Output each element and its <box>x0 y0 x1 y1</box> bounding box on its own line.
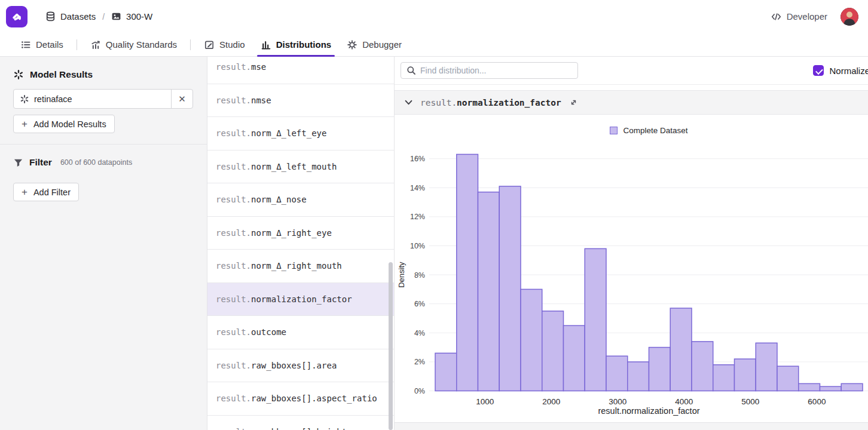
model-icon-small <box>14 94 34 104</box>
field-prefix: result. <box>216 327 251 337</box>
app-logo[interactable] <box>6 6 27 27</box>
plus-icon: + <box>22 119 27 129</box>
add-filter-label: Add Filter <box>33 188 71 197</box>
field-prefix: result. <box>216 294 251 304</box>
field-name: norm_Δ_left_eye <box>251 128 326 138</box>
field-row[interactable]: result.raw_bboxes[].area <box>207 349 394 383</box>
avatar-photo <box>841 8 858 26</box>
find-distribution-placeholder: Find distribution... <box>420 66 487 75</box>
field-row[interactable]: result.raw_bboxes[].aspect_ratio <box>207 382 394 416</box>
legend-label: Complete Dataset <box>623 126 687 135</box>
svg-text:result.normalization_factor: result.normalization_factor <box>598 406 699 416</box>
model-search-input[interactable]: retinaface ✕ <box>13 89 193 109</box>
sidebar: Model Results retinaface <box>0 57 207 430</box>
tab-details-label: Details <box>36 39 63 50</box>
field-list-scrollbar[interactable] <box>389 262 393 430</box>
breadcrumb-datasets[interactable]: Datasets <box>45 11 96 22</box>
field-name: norm_Δ_nose <box>251 195 307 204</box>
tab-studio-label: Studio <box>219 39 245 50</box>
image-icon <box>111 11 121 22</box>
add-filter-button[interactable]: + Add Filter <box>13 183 79 201</box>
field-prefix: result. <box>216 162 251 171</box>
add-model-results-label: Add Model Results <box>33 119 106 129</box>
tab-quality-standards-label: Quality Standards <box>106 39 177 50</box>
field-row[interactable]: result.norm_Δ_nose <box>207 183 394 217</box>
distribution-toolbar: Find distribution... Normalize <box>395 57 868 85</box>
field-row[interactable]: result.norm_Δ_right_mouth <box>207 250 394 283</box>
tab-distributions[interactable]: Distributions <box>257 33 335 56</box>
plus-icon: + <box>22 187 27 197</box>
field-rows: result.mse result.nmse result.norm_Δ_lef… <box>207 57 394 430</box>
field-name: raw_bboxes[].area <box>251 361 337 370</box>
svg-text:4%: 4% <box>414 329 425 337</box>
breadcrumb-section-label: Datasets <box>60 11 96 22</box>
svg-text:6000: 6000 <box>808 397 826 406</box>
find-distribution-input[interactable]: Find distribution... <box>401 62 578 79</box>
section-title-prefix: result. <box>420 98 457 108</box>
distribution-section-header[interactable]: result.normalization_factor <box>395 90 868 115</box>
field-row[interactable]: result.norm_Δ_left_eye <box>207 117 394 150</box>
avatar[interactable] <box>841 8 858 26</box>
kolena-logo-icon <box>10 10 23 23</box>
tab-studio[interactable]: Studio <box>200 33 249 56</box>
section-title-name: normalization_factor <box>457 98 561 108</box>
breadcrumb-dataset-label: 300-W <box>126 11 152 22</box>
model-results-header: Model Results <box>13 69 194 80</box>
normalize-checkbox-box[interactable] <box>813 65 824 76</box>
chart-legend: Complete Dataset <box>435 126 863 135</box>
svg-text:2%: 2% <box>414 358 425 366</box>
field-list: result.mse result.nmse result.norm_Δ_lef… <box>207 57 395 430</box>
breadcrumb: Datasets / 300-W <box>45 11 152 22</box>
field-name: nmse <box>251 96 271 105</box>
add-model-results-button[interactable]: + Add Model Results <box>13 115 115 133</box>
tab-debugger[interactable]: Debugger <box>343 33 405 56</box>
field-prefix: result. <box>216 228 251 238</box>
field-prefix: result. <box>216 62 251 72</box>
distribution-histogram: 0%2%4%6%8%10%12%14%16%Density10002000300… <box>395 115 868 422</box>
field-prefix: result. <box>216 96 251 105</box>
breadcrumb-separator: / <box>102 12 105 22</box>
tab-debugger-label: Debugger <box>362 39 402 50</box>
svg-text:12%: 12% <box>410 213 425 221</box>
model-search-value: retinaface <box>34 94 171 104</box>
svg-text:3000: 3000 <box>609 397 626 406</box>
search-icon <box>407 66 416 75</box>
field-prefix: result. <box>216 195 251 204</box>
field-name: norm_Δ_left_mouth <box>251 162 337 171</box>
field-prefix: result. <box>216 261 251 271</box>
close-icon: ✕ <box>178 94 186 105</box>
clear-model-button[interactable]: ✕ <box>171 90 192 108</box>
tab-quality-standards[interactable]: Quality Standards <box>87 33 181 56</box>
field-row[interactable]: result.nmse <box>207 84 394 118</box>
field-prefix: result. <box>216 394 251 403</box>
svg-text:0%: 0% <box>414 387 425 395</box>
model-icon <box>13 69 24 80</box>
top-bar: Datasets / 300-W Developer <box>0 0 868 33</box>
tab-separator <box>190 39 191 50</box>
svg-text:1000: 1000 <box>476 397 494 406</box>
field-row[interactable]: result.mse <box>207 57 394 84</box>
developer-link[interactable]: Developer <box>771 11 827 22</box>
svg-text:8%: 8% <box>414 271 425 280</box>
normalize-toggle[interactable]: Normalize <box>813 65 868 76</box>
field-row[interactable]: result.norm_Δ_left_mouth <box>207 150 394 184</box>
distribution-panel: Find distribution... Normalize result.no… <box>395 57 868 430</box>
field-name: norm_Δ_right_eye <box>251 228 332 238</box>
svg-text:14%: 14% <box>410 184 425 192</box>
field-row[interactable]: result.raw_bboxes[].height <box>207 416 394 430</box>
developer-label: Developer <box>787 11 827 22</box>
expand-icon[interactable] <box>569 98 578 107</box>
model-results-section: Model Results retinaface <box>0 57 207 144</box>
legend-swatch <box>610 127 618 134</box>
field-prefix: result. <box>216 128 251 138</box>
section-title: result.normalization_factor <box>420 98 561 108</box>
breadcrumb-dataset[interactable]: 300-W <box>111 11 152 22</box>
field-row[interactable]: result.outcome <box>207 316 394 349</box>
field-row[interactable]: result.normalization_factor <box>207 283 394 317</box>
tab-details[interactable]: Details <box>17 33 67 56</box>
field-prefix: result. <box>216 427 251 430</box>
datapoint-count: 600 of 600 datapoints <box>60 158 132 167</box>
field-row[interactable]: result.norm_Δ_right_eye <box>207 217 394 250</box>
main-content: Model Results retinaface <box>0 57 868 430</box>
app-window: Datasets / 300-W Developer <box>0 0 868 430</box>
